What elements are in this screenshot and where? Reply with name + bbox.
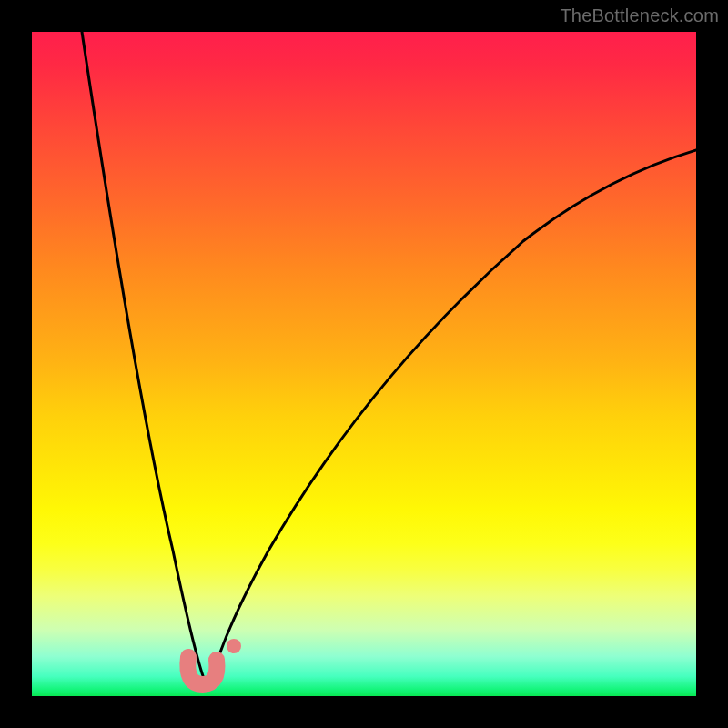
watermark-text: TheBottleneck.com <box>560 5 719 26</box>
curve-left <box>82 32 207 686</box>
curve-layer <box>32 32 696 696</box>
chart-frame: TheBottleneck.com <box>0 0 728 728</box>
marker-dot <box>227 639 241 653</box>
plot-area <box>32 32 696 696</box>
curve-right <box>209 150 696 687</box>
